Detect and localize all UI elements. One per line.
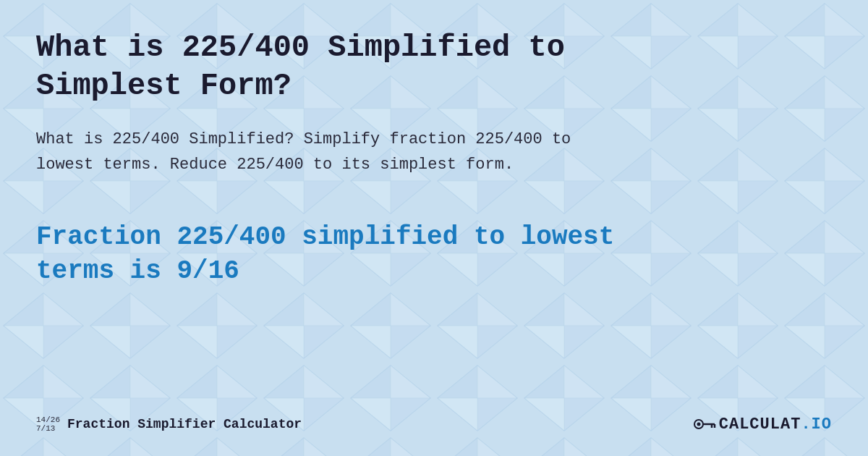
logo-text: CALCULAT.IO xyxy=(719,415,832,434)
footer-logo: CALCULAT.IO xyxy=(693,414,832,434)
footer-fraction-top: 14/26 xyxy=(36,415,60,424)
logo-icon xyxy=(693,414,716,434)
footer: 14/26 7/13 Fraction Simplifier Calculato… xyxy=(36,400,832,434)
result-section: Fraction 225/400 simplified to lowest te… xyxy=(36,221,832,400)
page-title: What is 225/400 Simplified to Simplest F… xyxy=(36,29,600,105)
description-text: What is 225/400 Simplified? Simplify fra… xyxy=(36,127,586,177)
result-text: Fraction 225/400 simplified to lowest te… xyxy=(36,221,687,289)
footer-brand-label: Fraction Simplifier Calculator xyxy=(67,417,302,431)
footer-fraction-bottom: 7/13 xyxy=(36,424,60,433)
footer-fraction: 14/26 7/13 xyxy=(36,415,60,433)
svg-point-9 xyxy=(697,423,700,426)
